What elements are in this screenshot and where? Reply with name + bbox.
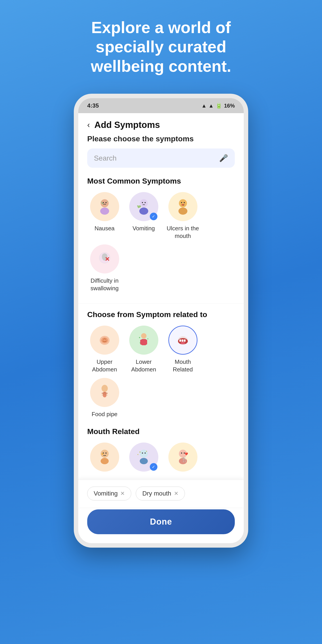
category-lower-abdomen[interactable]: ✦ ✦ ✦ Lower Abdomen [126, 326, 161, 374]
svg-point-3 [105, 202, 106, 203]
nav-bar: ‹ Add Symptoms [78, 113, 244, 134]
upper-abdomen-label: Upper Abdomen [87, 358, 122, 374]
symptom-nausea[interactable]: Nausea [87, 192, 122, 240]
swallowing-circle [90, 244, 119, 274]
vomiting-tag[interactable]: Vomiting ✕ [87, 486, 131, 500]
svg-point-10 [144, 202, 146, 203]
nausea-label: Nausea [94, 225, 115, 232]
svg-point-47 [142, 452, 143, 454]
search-placeholder: Search [94, 154, 116, 162]
status-time: 4:35 [87, 102, 99, 109]
food-pipe-label: Food pipe [92, 410, 118, 418]
svg-point-4 [102, 203, 103, 204]
mouth-circle-2: ✓ ✦ ✦ ✦ [129, 442, 158, 472]
svg-rect-27 [145, 340, 147, 344]
swallowing-label: Difficulty in swallowing [87, 277, 122, 292]
hero-title: Explore a world of specially curated wel… [60, 18, 262, 76]
category-grid: Upper Abdomen ✦ ✦ ✦ [78, 326, 244, 418]
category-upper-abdomen[interactable]: Upper Abdomen [87, 326, 122, 374]
svg-point-38 [102, 385, 108, 392]
done-button[interactable]: Done [87, 510, 235, 534]
ulcers-circle [168, 192, 198, 221]
svg-point-18 [182, 204, 183, 206]
section-divider [78, 303, 244, 304]
nausea-circle [90, 192, 119, 221]
upper-abdomen-circle [90, 326, 119, 355]
svg-text:❤️: ❤️ [185, 452, 188, 456]
symptom-vomiting[interactable]: ✓ Vomiting [126, 192, 161, 240]
back-button[interactable]: ‹ [87, 120, 90, 130]
vomiting-circle: ✓ [129, 192, 158, 221]
status-icons: ▲ ▲ 🔋 16% [201, 103, 235, 109]
category-food-pipe[interactable]: Food pipe [87, 378, 122, 418]
svg-text:✦: ✦ [138, 336, 141, 339]
vomiting-tag-label: Vomiting [94, 490, 118, 497]
dry-mouth-tag-label: Dry mouth [142, 490, 171, 497]
selected-pills-bar: Vomiting ✕ Dry mouth ✕ [78, 480, 244, 507]
status-bar: 4:35 ▲ ▲ 🔋 16% [78, 98, 244, 113]
symptom-swallowing[interactable]: Difficulty in swallowing [87, 244, 122, 292]
svg-point-9 [142, 202, 143, 203]
svg-text:✦: ✦ [147, 338, 149, 340]
svg-point-1 [100, 208, 109, 215]
phone-inner: 4:35 ▲ ▲ 🔋 16% ‹ Add Symptoms Please cho… [78, 98, 244, 543]
svg-rect-36 [184, 340, 186, 342]
svg-rect-34 [179, 340, 181, 342]
svg-point-8 [139, 208, 148, 215]
svg-point-43 [105, 452, 106, 454]
mouth-item-1[interactable] [87, 442, 122, 475]
app-content: ‹ Add Symptoms Please choose the symptom… [78, 113, 244, 534]
most-common-title: Most Common Symptoms [78, 177, 244, 185]
svg-point-48 [144, 452, 146, 454]
vomiting-check: ✓ [150, 213, 158, 220]
mouth-related-section-title: Mouth Related [78, 427, 244, 436]
dry-mouth-tag[interactable]: Dry mouth ✕ [136, 486, 185, 500]
signal-icon: ▲ [208, 103, 214, 109]
food-pipe-circle [90, 378, 119, 407]
mouth-circle-1 [90, 442, 119, 472]
svg-text:✦: ✦ [146, 450, 147, 452]
svg-point-37 [181, 342, 185, 344]
svg-point-13 [138, 207, 139, 208]
svg-point-12 [137, 205, 138, 206]
mouth-related-circle [168, 326, 198, 355]
svg-rect-35 [182, 340, 183, 342]
choose-symptoms-label: Please choose the symptoms [78, 134, 244, 143]
svg-point-19 [183, 204, 184, 205]
svg-text:✦: ✦ [139, 342, 141, 344]
svg-point-15 [178, 208, 188, 215]
lower-abdomen-circle: ✦ ✦ ✦ [129, 326, 158, 355]
ulcers-label: Ulcers in the mouth [166, 225, 200, 240]
mouth-check-2: ✓ [150, 463, 158, 471]
svg-point-2 [103, 202, 104, 203]
vomiting-label: Vomiting [132, 225, 155, 232]
svg-text:✦: ✦ [137, 454, 139, 456]
svg-point-24 [141, 333, 146, 338]
svg-point-41 [100, 458, 109, 464]
lower-abdomen-label: Lower Abdomen [126, 358, 161, 374]
wifi-icon: ▲ [201, 103, 206, 109]
mouth-item-3[interactable]: 🍴 ❤️ [166, 442, 200, 475]
svg-point-54 [181, 452, 182, 454]
svg-point-44 [102, 453, 103, 455]
categories-title: Choose from Symptom related to [78, 310, 244, 319]
svg-point-14 [179, 199, 187, 207]
svg-text:✦: ✦ [139, 450, 141, 454]
phone-frame: 4:35 ▲ ▲ 🔋 16% ‹ Add Symptoms Please cho… [74, 94, 248, 548]
symptoms-grid: Nausea ✓ [78, 192, 244, 292]
svg-point-6 [107, 201, 108, 202]
dry-mouth-remove-icon[interactable]: ✕ [174, 490, 178, 497]
battery-percent: 16% [224, 103, 235, 109]
page-title: Add Symptoms [94, 120, 160, 130]
search-bar[interactable]: Search 🎤 [87, 148, 235, 168]
svg-point-16 [181, 202, 182, 203]
mic-icon[interactable]: 🎤 [219, 154, 228, 162]
battery-icon: 🔋 [216, 103, 222, 109]
symptom-ulcers[interactable]: Ulcers in the mouth [166, 192, 200, 240]
mouth-circle-3: 🍴 ❤️ [168, 442, 198, 472]
svg-point-46 [140, 458, 148, 464]
mouth-item-2[interactable]: ✓ ✦ ✦ ✦ [126, 442, 161, 475]
mouth-related-label: Mouth Related [166, 358, 200, 374]
vomiting-remove-icon[interactable]: ✕ [120, 490, 125, 497]
category-mouth-related[interactable]: Mouth Related [166, 326, 200, 374]
